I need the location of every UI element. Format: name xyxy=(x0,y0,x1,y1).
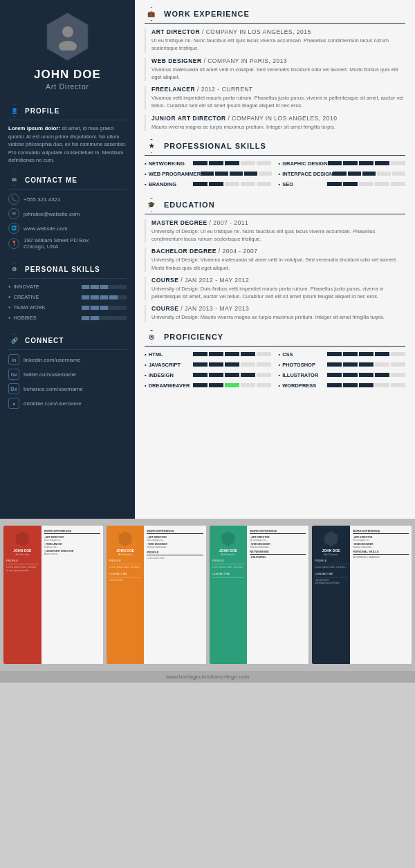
profile-section: 👤 PROFILE Lorem ipsum dolor: sit amet, i… xyxy=(0,99,135,168)
profile-text: Lorem ipsum dolor: sit amet, id mea grae… xyxy=(8,124,127,164)
professional-skills-section: ★ PROFESSIONAL SKILLS NETWORKING xyxy=(145,139,405,190)
skill-interface-design: INTERFACE DESIGN xyxy=(279,171,406,179)
proficiency-icon: ◎ xyxy=(145,330,158,344)
connect-section: 🔗 CONNECT in linkedin.com/username tw tw… xyxy=(0,329,135,416)
skill-graphic-design: GRAPHIC DESIGN xyxy=(279,160,406,169)
work-experience-section: 💼 WORK EXPERIENCE ART DIRECTOR / COMPANY… xyxy=(145,7,405,131)
prof-skills-icon: ★ xyxy=(145,139,158,153)
avatar-hexagon xyxy=(44,12,92,61)
contact-phone: 📞 +555 321 4321 xyxy=(8,194,127,205)
education-title: 🎓 EDUCATION xyxy=(145,198,405,214)
web-icon: 🌐 xyxy=(8,223,19,234)
resume-card: JOHN DOE Art Director 👤 PROFILE Lorem ip… xyxy=(0,0,415,519)
location-icon: 📍 xyxy=(8,238,19,249)
professional-skills-title: ★ PROFESSIONAL SKILLS xyxy=(145,139,405,156)
connect-behance[interactable]: Bé behance.com/username xyxy=(8,383,127,394)
contact-location: 📍 192 William Street PD BoxChicago, USA xyxy=(8,237,127,250)
proficiency-title: ◎ PROFICIENCY xyxy=(145,330,405,347)
personal-skills-title: ⚙ PERSONAL SKILLS xyxy=(8,263,127,279)
edu-item-4: COURSE / JAN 2013 - MAY 2013 University … xyxy=(145,305,405,321)
watermark: www.heritagechristiancollege.com xyxy=(0,671,415,683)
preview-orange: JOHN DOE Art Director PROFILE Lorem ipsu… xyxy=(107,526,206,664)
linkedin-icon: in xyxy=(8,354,19,365)
profile-section-title: 👤 PROFILE xyxy=(8,104,127,120)
preview-dark: JOHN DOE Art Director PROFILE Lorem ipsu… xyxy=(312,526,412,664)
skills-grid: NETWORKING GRAPHIC DESI xyxy=(145,160,405,190)
work-icon: 💼 xyxy=(145,7,158,21)
person-name: JOHN DOE xyxy=(34,68,101,82)
work-item-4: JUNIOR ART DIRECTOR / COMPANY IN LOS ANG… xyxy=(145,115,405,131)
preview-teal: JOHN DOE Art Director PROFILE Lorem ipsu… xyxy=(210,526,309,664)
edu-item-3: COURSE / JAN 2012 - MAY 2012 University … xyxy=(145,277,405,301)
contact-web: 🌐 www.website.com xyxy=(8,223,127,234)
preview-section: JOHN DOE Art Director PROFILE Lorem ipsu… xyxy=(0,519,415,671)
preview-red: JOHN DOE Art Director PROFILE Lorem ipsu… xyxy=(3,526,103,664)
education-icon: 🎓 xyxy=(145,198,158,212)
skill-teamwork: TEAM WORK xyxy=(8,304,127,311)
prof-javascript: JAVASCRIPT xyxy=(145,362,272,368)
avatar-area: JOHN DOE Art Director xyxy=(0,0,135,99)
skill-networking: NETWORKING xyxy=(145,160,272,169)
phone-icon: 📞 xyxy=(8,194,19,205)
dribbble-icon: ● xyxy=(8,398,19,409)
skill-hobbies: HOBBIES xyxy=(8,314,127,322)
svg-point-1 xyxy=(59,41,77,50)
person-title: Art Director xyxy=(46,83,89,91)
work-item-1: ART DIRECTOR / COMPANY IN LOS ANGELES, 2… xyxy=(145,28,405,53)
twitter-icon: tw xyxy=(8,369,19,380)
connect-icon: 🔗 xyxy=(8,334,21,347)
prof-illustrator: ILLUSTRATOR xyxy=(279,372,406,378)
contact-email: ✉ johndoe@website.com xyxy=(8,208,127,219)
skills-icon: ⚙ xyxy=(8,263,21,275)
connect-dribbble[interactable]: ● dribbble.com/username xyxy=(8,398,127,409)
work-experience-title: 💼 WORK EXPERIENCE xyxy=(145,7,405,24)
work-item-2: WEB DESIGNER / COMPANY IN PARIS, 2013 Vi… xyxy=(145,57,405,82)
skill-web-programmer: WEB PROGRAMMER xyxy=(145,171,272,179)
connect-twitter[interactable]: tw twitter.com/username xyxy=(8,369,127,380)
proficiency-grid: HTML CSS xyxy=(145,351,405,391)
resume-wrapper: JOHN DOE Art Director 👤 PROFILE Lorem ip… xyxy=(0,0,415,683)
prof-css: CSS xyxy=(279,351,406,358)
edu-item-2: BACHELOR DEGREE / 2004 - 2007 University… xyxy=(145,248,405,272)
behance-icon: Bé xyxy=(8,383,19,394)
edu-item-1: MASTER DEGREE / 2007 - 2011 University o… xyxy=(145,219,405,243)
prof-photoshop: PHOTOSHOP xyxy=(279,362,406,368)
email-icon: ✉ xyxy=(8,208,19,219)
personal-skills-section: ⚙ PERSONAL SKILLS INNOVATE CREATIVE xyxy=(0,257,135,329)
sidebar: JOHN DOE Art Director 👤 PROFILE Lorem ip… xyxy=(0,0,135,519)
education-section: 🎓 EDUCATION MASTER DEGREE / 2007 - 2011 … xyxy=(145,198,405,322)
contact-section-title: ✉ CONTACT ME xyxy=(8,174,127,190)
profile-icon: 👤 xyxy=(8,104,21,117)
prof-html: HTML xyxy=(145,351,272,358)
contact-section: ✉ CONTACT ME 📞 +555 321 4321 ✉ johndoe@w… xyxy=(0,168,135,257)
prof-dreamweaver: DREAMWEAVER xyxy=(145,382,272,389)
svg-point-0 xyxy=(62,26,73,37)
skill-branding: BRANDING xyxy=(145,181,272,190)
avatar-image xyxy=(44,13,91,60)
prof-indesign: INDESIGN xyxy=(145,372,272,378)
skill-seo: SEO xyxy=(279,181,406,190)
skill-creative: CREATIVE xyxy=(8,293,127,301)
contact-icon: ✉ xyxy=(8,174,21,186)
main-content: 💼 WORK EXPERIENCE ART DIRECTOR / COMPANY… xyxy=(135,0,415,519)
work-item-3: FREELANCER / 2012 - CURRENT Vivamus veli… xyxy=(145,86,405,110)
connect-linkedin[interactable]: in linkedin.com/username xyxy=(8,354,127,365)
connect-section-title: 🔗 CONNECT xyxy=(8,334,127,350)
prof-wordpress: WORDPRESS xyxy=(279,382,406,389)
skill-innovate: INNOVATE xyxy=(8,283,127,290)
proficiency-section: ◎ PROFICIENCY HTML xyxy=(145,330,405,391)
